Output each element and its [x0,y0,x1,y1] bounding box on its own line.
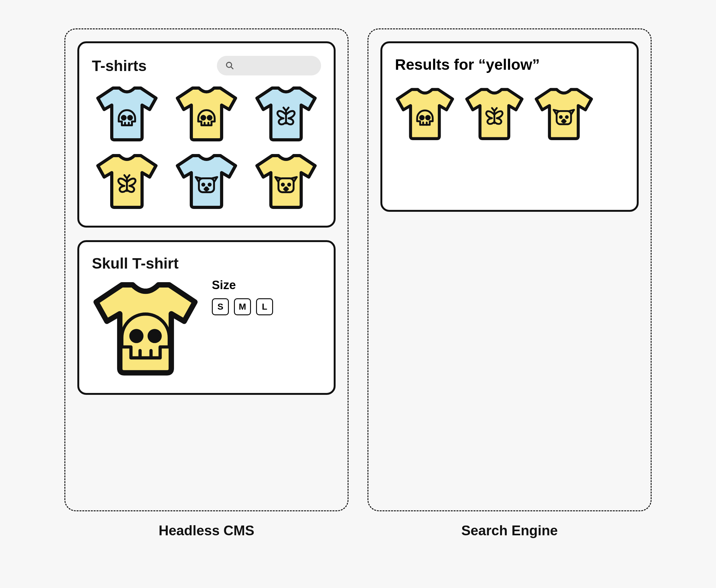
catalog-title: T-shirts [92,57,146,75]
tshirt-item[interactable] [175,152,238,210]
svg-point-37 [566,116,568,118]
size-chip-s[interactable]: S [212,298,229,315]
size-area: Size SML [212,278,321,315]
search-column: Results for “yellow” [367,28,652,539]
svg-point-3 [128,116,132,120]
catalog-card: T-shirts [77,41,336,228]
svg-point-18 [209,184,211,186]
detail-card: Skull T-shirt Size SML [77,240,336,395]
svg-point-28 [420,116,424,119]
tshirt-item[interactable] [95,84,159,142]
diagram-canvas: T-shirts [13,13,703,551]
catalog-header: T-shirts [92,56,321,76]
cms-panel: T-shirts [64,28,349,511]
tshirt-item[interactable] [95,152,159,210]
search-icon [225,61,235,70]
svg-point-6 [202,116,205,120]
svg-point-19 [206,188,207,189]
search-panel: Results for “yellow” [367,28,652,511]
detail-shirt [92,278,199,377]
cms-column: T-shirts [64,28,349,539]
svg-point-17 [202,184,204,186]
search-input[interactable] [217,56,321,76]
tshirt-result[interactable] [464,86,524,141]
tshirt-item[interactable] [254,152,318,210]
results-title: Results for “yellow” [395,56,624,73]
search-label: Search Engine [461,523,558,539]
tshirt-item[interactable] [175,84,238,142]
tshirt-result[interactable] [534,86,594,141]
svg-point-29 [426,116,430,119]
svg-point-38 [563,120,565,122]
tshirt-result[interactable] [395,86,455,141]
results-row [395,86,624,141]
svg-point-7 [208,116,212,120]
svg-point-36 [560,116,562,118]
svg-point-25 [149,331,161,341]
svg-point-23 [285,188,287,189]
size-chip-l[interactable]: L [256,298,273,315]
cms-label: Headless CMS [159,523,254,539]
catalog-grid [92,84,321,210]
tshirt-item[interactable] [254,84,318,142]
size-label: Size [212,278,321,292]
svg-point-24 [131,331,142,341]
svg-point-22 [288,184,290,186]
svg-point-2 [122,116,126,120]
detail-title: Skull T-shirt [92,255,321,272]
size-chips: SML [212,298,321,315]
size-chip-m[interactable]: M [234,298,251,315]
results-card: Results for “yellow” [380,41,639,212]
svg-point-21 [282,184,284,186]
svg-line-1 [231,67,233,69]
